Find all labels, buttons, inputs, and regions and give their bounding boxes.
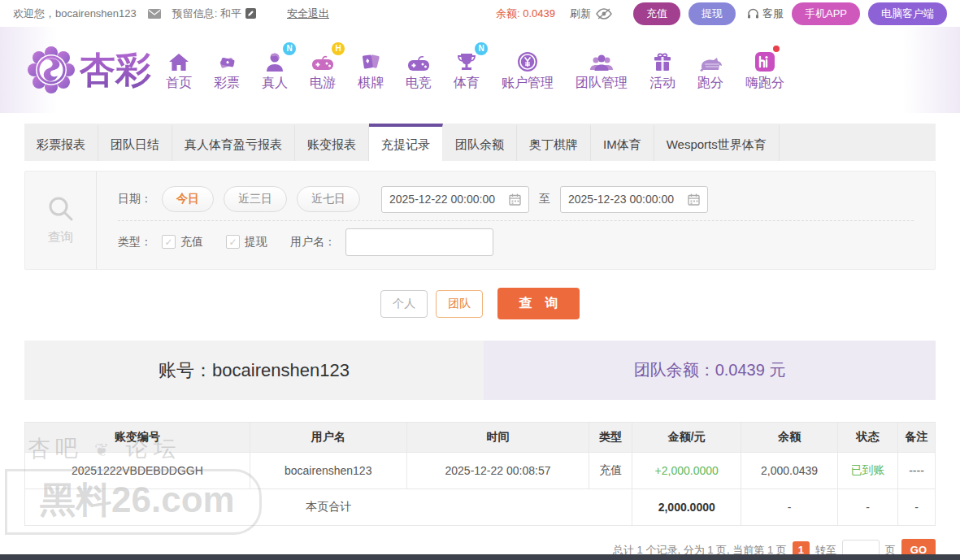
site-header: 杏彩 首页 彩票 N 真人 (0, 27, 960, 113)
total-balance: - (741, 489, 838, 526)
col-type: 类型 (589, 423, 632, 453)
nav-item-egame[interactable]: H 电游 (310, 48, 336, 92)
tab-deposit-withdraw-records[interactable]: 充提记录 (369, 124, 443, 161)
col-time: 时间 (406, 423, 589, 453)
cell-username: bocairenshen123 (250, 453, 406, 489)
type-option-withdraw: 提现 (226, 235, 267, 250)
date-from-input[interactable]: 2025-12-22 00:00:00 (381, 186, 529, 213)
gift-icon (653, 48, 672, 72)
envelope-icon[interactable] (148, 9, 161, 19)
to-label: 至 (539, 192, 550, 206)
tab-live-sports-pnl[interactable]: 真人体育盈亏报表 (172, 124, 295, 161)
rhino-icon (697, 48, 723, 72)
tab-lottery-report[interactable]: 彩票报表 (24, 124, 98, 161)
type-filter-row: 类型： 充值 提现 用户名： (118, 220, 914, 263)
tab-wesports[interactable]: Wesports世界体育 (654, 124, 780, 161)
badge-new: N (475, 42, 488, 55)
welcome-text: 欢迎您，bocairenshen123 (13, 7, 137, 21)
footer-bar (0, 554, 960, 560)
type-label: 类型： (118, 235, 152, 250)
hi-app-icon (754, 48, 775, 72)
withdraw-checkbox[interactable] (226, 235, 240, 249)
nav-item-lottery[interactable]: 彩票 (214, 48, 240, 92)
nav-item-account[interactable]: 账户管理 (502, 48, 554, 92)
cell-type: 充值 (589, 453, 632, 489)
logout-link[interactable]: 安全退出 (287, 7, 329, 21)
withdraw-button[interactable]: 提现 (689, 2, 736, 25)
table-total-row: 本页合计 2,000.0000 - - - (25, 489, 936, 526)
chess-cards-icon (361, 48, 380, 72)
cell-status: 已到账 (838, 453, 898, 489)
recharge-checkbox[interactable] (162, 235, 176, 249)
pc-client-button[interactable]: 电脑客户端 (868, 2, 947, 25)
reserved-info: 预留信息: 和平 (172, 7, 256, 21)
col-remark: 备注 (897, 423, 935, 453)
records-table: 账变编号 用户名 时间 类型 金额/元 余额 状态 备注 20251222VBD… (24, 422, 936, 526)
calendar-icon (509, 193, 521, 206)
filter-side-label: 查询 (25, 171, 97, 269)
col-username: 用户名 (250, 423, 406, 453)
customer-service-link[interactable]: 客服 (747, 7, 784, 21)
account-yen-icon (517, 48, 538, 72)
table-header-row: 账变编号 用户名 时间 类型 金额/元 余额 状态 备注 (25, 423, 936, 453)
live-casino-icon: N (264, 48, 285, 72)
tab-account-change[interactable]: 账变报表 (295, 124, 369, 161)
lottery-icon (216, 48, 237, 72)
logo-text: 杏彩 (80, 46, 151, 94)
recharge-button[interactable]: 充值 (633, 2, 680, 25)
username-label: 用户名： (290, 235, 336, 250)
mobile-app-button[interactable]: 手机APP (792, 2, 860, 25)
tab-team-balance[interactable]: 团队余额 (443, 124, 517, 161)
total-amount: 2,000.0000 (632, 489, 741, 526)
egame-icon: H (311, 48, 334, 72)
main-nav: 首页 彩票 N 真人 H 电游 (166, 48, 784, 92)
balance-display: 余额: 0.0439 (496, 7, 555, 21)
preset-today[interactable]: 今日 (162, 186, 214, 212)
esports-icon (407, 48, 430, 72)
site-logo[interactable]: 杏彩 (28, 46, 151, 94)
action-buttons: 个人 团队 查 询 (24, 288, 936, 319)
eye-off-icon[interactable] (596, 8, 612, 20)
nav-item-team[interactable]: 团队管理 (576, 48, 628, 92)
sports-trophy-icon: N (456, 48, 477, 72)
nav-item-esports[interactable]: 电竞 (406, 48, 432, 92)
nav-item-live[interactable]: N 真人 (262, 48, 288, 92)
nav-item-home[interactable]: 首页 (166, 48, 192, 92)
topbar: 欢迎您，bocairenshen123 预留信息: 和平 安全退出 余额: 0.… (0, 0, 960, 27)
col-status: 状态 (838, 423, 898, 453)
refresh-link[interactable]: 刷新 (570, 7, 591, 21)
tab-aoding-chess[interactable]: 奥丁棋牌 (517, 124, 591, 161)
username-input[interactable] (345, 228, 493, 256)
type-option-recharge: 充值 (162, 235, 203, 250)
calendar-icon (688, 193, 700, 206)
preset-3days[interactable]: 近三日 (224, 186, 287, 212)
headset-icon (747, 8, 759, 20)
tab-im-sports[interactable]: IM体育 (591, 124, 654, 161)
date-to-input[interactable]: 2025-12-23 00:00:00 (560, 186, 708, 213)
table-row: 20251222VBDEBDDGGH bocairenshen123 2025-… (25, 453, 936, 489)
personal-button[interactable]: 个人 (380, 290, 428, 318)
records-table-wrap: 杏吧❦论坛 黑料26.com 账变编号 用户名 时间 类型 金额/元 余额 状态… (24, 422, 936, 526)
col-balance: 余额 (741, 423, 838, 453)
tab-team-daily[interactable]: 团队日结 (98, 124, 172, 161)
search-icon (47, 195, 75, 223)
nav-item-paofen[interactable]: 跑分 (697, 48, 723, 92)
badge-hot: H (332, 42, 345, 55)
col-change-id: 账变编号 (25, 423, 250, 453)
query-button[interactable]: 查 询 (497, 288, 579, 319)
edit-icon[interactable] (245, 8, 256, 19)
notification-dot (773, 46, 780, 52)
nav-item-sports[interactable]: N 体育 (454, 48, 480, 92)
account-name: 账号： bocairenshen123 (24, 341, 484, 400)
home-icon (168, 48, 189, 72)
logo-emblem-icon (28, 46, 75, 93)
nav-item-chess[interactable]: 棋牌 (358, 48, 384, 92)
team-button[interactable]: 团队 (436, 290, 483, 318)
total-remark: - (897, 489, 935, 526)
date-label: 日期： (118, 192, 152, 206)
preset-7days[interactable]: 近七日 (297, 186, 360, 212)
team-icon (589, 48, 614, 72)
nav-item-hipaofen[interactable]: 嗨跑分 (745, 48, 784, 92)
nav-item-activity[interactable]: 活动 (649, 48, 675, 92)
cell-time: 2025-12-22 00:08:57 (406, 453, 589, 489)
